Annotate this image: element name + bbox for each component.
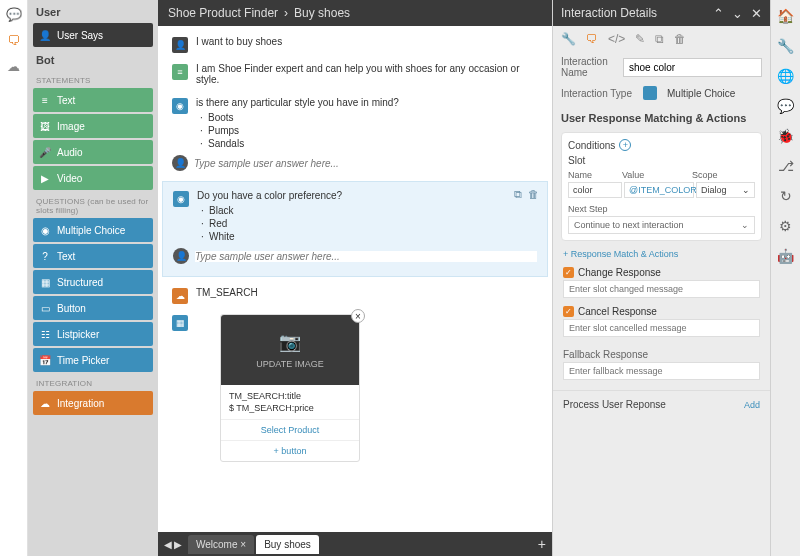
statements-label: STATEMENTS: [28, 70, 158, 87]
sample-answer-row: 👤: [172, 155, 538, 171]
questions-label: QUESTIONS (can be used for slots filling…: [28, 191, 158, 217]
q-text[interactable]: ?Text: [33, 244, 153, 268]
user-tag-icon: 👤: [172, 37, 188, 53]
next-step-select[interactable]: Continue to next interaction⌄: [568, 216, 755, 234]
card-image-area[interactable]: 📷UPDATE IMAGE: [221, 315, 359, 385]
q-multiple-choice[interactable]: ◉Multiple Choice: [33, 218, 153, 242]
bug-icon[interactable]: 🐞: [777, 128, 794, 144]
gear-icon[interactable]: ⚙: [779, 218, 792, 234]
user-header: User: [28, 0, 158, 22]
robot-icon[interactable]: 🤖: [777, 248, 794, 264]
mc-tag-icon: ◉: [172, 98, 188, 114]
stmt-video[interactable]: ▶Video: [33, 166, 153, 190]
history-icon[interactable]: ↻: [780, 188, 792, 204]
wrench-icon[interactable]: 🔧: [561, 32, 576, 46]
qtext-icon: ?: [39, 250, 51, 262]
struct-icon: ▦: [39, 276, 51, 288]
home-icon[interactable]: 🏠: [777, 8, 794, 24]
chat-icon[interactable]: 💬: [6, 6, 22, 22]
slot-row[interactable]: color @ITEM_COLOR Dialog⌄: [568, 182, 755, 198]
interaction-name-row: Interaction Name: [553, 52, 770, 82]
integration-block[interactable]: ☁TM_SEARCH: [172, 287, 538, 304]
q-listpicker[interactable]: ☷Listpicker: [33, 322, 153, 346]
copy-icon[interactable]: ⧉: [514, 188, 522, 201]
details-panel: Interaction Details ⌃ ⌄ ✕ 🔧 🗨 </> ✎ ⧉ 🗑 …: [552, 0, 770, 556]
copy-icon[interactable]: ⧉: [655, 32, 664, 46]
list-item: White: [209, 231, 537, 242]
interaction-name-input[interactable]: [623, 58, 762, 77]
bot-tag-icon: ≡: [172, 64, 188, 80]
button-icon: ▭: [39, 302, 51, 314]
sample-answer-input[interactable]: [194, 158, 538, 169]
code-icon[interactable]: </>: [608, 32, 625, 46]
change-response-input[interactable]: [563, 280, 760, 298]
card-select-link[interactable]: Select Product: [221, 419, 359, 440]
trash-icon[interactable]: 🗑: [674, 32, 686, 46]
bot-message[interactable]: ≡I am Shoe Finder expert and can help yo…: [172, 63, 538, 87]
q-button[interactable]: ▭Button: [33, 296, 153, 320]
close-icon[interactable]: ✕: [751, 6, 762, 21]
interaction-tools: ⧉🗑: [514, 188, 539, 201]
close-icon[interactable]: ×: [351, 309, 365, 323]
edit-icon[interactable]: ✎: [635, 32, 645, 46]
chat-icon[interactable]: 💬: [777, 98, 794, 114]
add-condition-icon[interactable]: +: [619, 139, 631, 151]
merge-icon[interactable]: ⎇: [778, 158, 794, 174]
stmt-image[interactable]: 🖼Image: [33, 114, 153, 138]
cloud-icon: ☁: [39, 397, 51, 409]
tab-prev-icon[interactable]: ◀: [164, 539, 172, 550]
collapse-down-icon[interactable]: ⌄: [732, 6, 743, 21]
tab-buy-shoes[interactable]: Buy shoes: [256, 535, 319, 554]
bot-header: Bot: [28, 48, 158, 70]
user-message[interactable]: 👤I want to buy shoes: [172, 36, 538, 53]
sample-answer-row: 👤: [173, 248, 537, 264]
avatar-icon: 👤: [173, 248, 189, 264]
chevron-right-icon: ›: [284, 6, 288, 20]
collapse-up-icon[interactable]: ⌃: [713, 6, 724, 21]
camera-icon: 📷: [279, 331, 301, 353]
chevron-down-icon[interactable]: ⌄: [742, 185, 750, 195]
breadcrumb-project[interactable]: Shoe Product Finder: [168, 6, 278, 20]
right-rail: 🏠 🔧 🌐 💬 🐞 ⎇ ↻ ⚙ 🤖: [770, 0, 800, 556]
cloud-icon[interactable]: ☁: [6, 58, 22, 74]
text-icon: ≡: [39, 94, 51, 106]
add-response-match-link[interactable]: + Response Match & Actions: [553, 245, 770, 263]
fallback-response-input[interactable]: [563, 362, 760, 380]
flow-canvas[interactable]: 👤I want to buy shoes ≡I am Shoe Finder e…: [158, 26, 552, 532]
checkbox-checked-icon: ✓: [563, 306, 574, 317]
audio-icon: 🎤: [39, 146, 51, 158]
structured-block[interactable]: ▦ × 📷UPDATE IMAGE TM_SEARCH:title $ TM_S…: [172, 314, 538, 462]
wrench-icon[interactable]: 🔧: [777, 38, 794, 54]
q-timepicker[interactable]: 📅Time Picker: [33, 348, 153, 372]
list-item: Sandals: [208, 138, 538, 149]
integration-button[interactable]: ☁Integration: [33, 391, 153, 415]
breadcrumb-flow: Buy shoes: [294, 6, 350, 20]
selected-interaction[interactable]: ⧉🗑 ◉ Do you have a color preference? Bla…: [162, 181, 548, 277]
tab-close-icon[interactable]: ×: [240, 539, 246, 550]
stmt-audio[interactable]: 🎤Audio: [33, 140, 153, 164]
bottom-tabs: ◀▶ Welcome × Buy shoes +: [158, 532, 552, 556]
tab-next-icon[interactable]: ▶: [174, 539, 182, 550]
change-response-checkbox[interactable]: ✓Change Response: [563, 267, 760, 278]
sample-answer-input[interactable]: [195, 251, 537, 262]
process-add-link[interactable]: Add: [744, 400, 760, 410]
add-tab-icon[interactable]: +: [538, 536, 546, 552]
stmt-text[interactable]: ≡Text: [33, 88, 153, 112]
breadcrumb: Shoe Product Finder › Buy shoes: [158, 0, 552, 26]
left-rail: 💬 🗨 ☁: [0, 0, 28, 556]
delete-icon[interactable]: 🗑: [528, 188, 539, 201]
palette-panel: User 👤User Says Bot STATEMENTS ≡Text 🖼Im…: [28, 0, 158, 556]
user-says-button[interactable]: 👤User Says: [33, 23, 153, 47]
cancel-response-input[interactable]: [563, 319, 760, 337]
image-icon: 🖼: [39, 120, 51, 132]
process-response-row: Process User Reponse Add: [553, 390, 770, 418]
comment-icon[interactable]: 🗨: [586, 32, 598, 46]
user-icon: 👤: [39, 29, 51, 41]
tab-welcome[interactable]: Welcome ×: [188, 535, 254, 554]
globe-icon[interactable]: 🌐: [777, 68, 794, 84]
question-1[interactable]: ◉ is there any particular style you have…: [172, 97, 538, 175]
q-structured[interactable]: ▦Structured: [33, 270, 153, 294]
cancel-response-checkbox[interactable]: ✓Cancel Response: [563, 306, 760, 317]
comment-icon[interactable]: 🗨: [6, 32, 22, 48]
card-add-button-link[interactable]: + button: [221, 440, 359, 461]
